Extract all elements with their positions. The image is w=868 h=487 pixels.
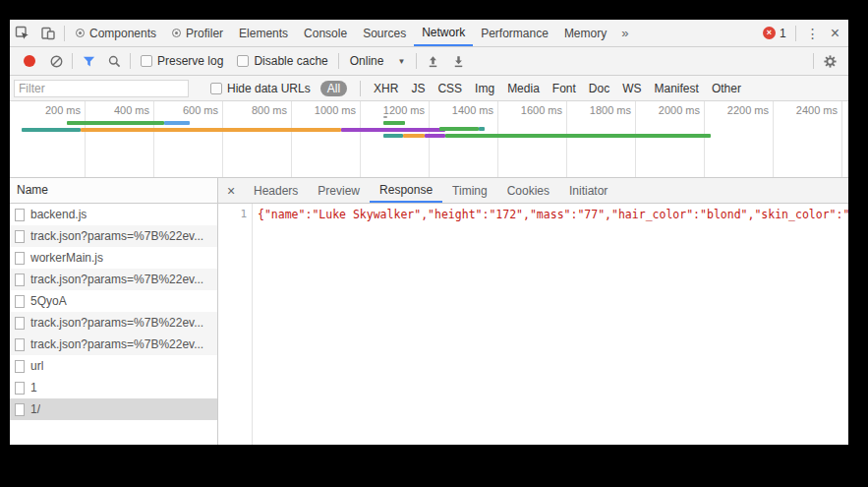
request-detail-panel: × Headers Preview Response Timing Cookie… bbox=[218, 178, 848, 445]
checkbox-icon bbox=[237, 55, 249, 67]
tab-label: Profiler bbox=[186, 27, 223, 40]
request-row[interactable]: track.json?params=%7B%22ev... bbox=[10, 269, 217, 290]
throttling-dropdown[interactable]: Online ▼ bbox=[350, 54, 406, 68]
request-row[interactable]: track.json?params=%7B%22ev... bbox=[10, 312, 217, 334]
detail-tabbar: × Headers Preview Response Timing Cookie… bbox=[218, 178, 848, 204]
preserve-log-checkbox[interactable]: Preserve log bbox=[141, 54, 223, 68]
inspect-cursor-icon bbox=[15, 26, 30, 41]
inspect-element-button[interactable] bbox=[10, 20, 35, 46]
hide-data-urls-checkbox[interactable]: Hide data URLs bbox=[210, 82, 311, 95]
type-filter-xhr[interactable]: XHR bbox=[374, 82, 398, 95]
toolbar-separator bbox=[64, 26, 65, 41]
tab-profiler[interactable]: Profiler bbox=[164, 20, 231, 46]
waterfall-bar bbox=[383, 134, 403, 138]
tab-response[interactable]: Response bbox=[370, 178, 442, 203]
network-settings-button[interactable] bbox=[817, 54, 842, 69]
type-filter-manifest[interactable]: Manifest bbox=[655, 82, 699, 95]
detail-close-button[interactable]: × bbox=[218, 178, 244, 203]
devtools-close-button[interactable]: × bbox=[827, 20, 848, 46]
request-row[interactable]: track.json?params=%7B%22ev... bbox=[10, 334, 217, 355]
request-name: track.json?params=%7B%22ev... bbox=[30, 337, 203, 351]
record-button[interactable] bbox=[24, 55, 35, 67]
tab-label: Memory bbox=[564, 27, 607, 40]
kebab-icon: ⋮ bbox=[806, 26, 820, 41]
response-body: {"name":"Luke Skywalker","height":"172",… bbox=[253, 204, 848, 445]
tab-console[interactable]: Console bbox=[296, 20, 355, 46]
export-har-button[interactable] bbox=[445, 54, 471, 69]
type-filter-other[interactable]: Other bbox=[712, 82, 741, 95]
more-tabs-button[interactable]: » bbox=[614, 20, 635, 46]
type-filter-css[interactable]: CSS bbox=[437, 82, 462, 95]
type-filter-media[interactable]: Media bbox=[507, 82, 540, 95]
tab-label: Sources bbox=[363, 27, 406, 40]
waterfall-bar bbox=[445, 134, 711, 138]
upload-icon bbox=[426, 54, 440, 69]
request-row[interactable]: 5QyoA bbox=[10, 290, 217, 312]
response-viewer[interactable]: 1 {"name":"Luke Skywalker","height":"172… bbox=[218, 204, 848, 445]
search-button[interactable] bbox=[101, 54, 127, 69]
filter-bar: Hide data URLs All XHR JS CSS Img Media … bbox=[10, 76, 848, 101]
waterfall-bar bbox=[403, 134, 425, 138]
request-row[interactable]: 1 bbox=[10, 377, 217, 398]
tab-sources[interactable]: Sources bbox=[355, 20, 414, 46]
type-filter-doc[interactable]: Doc bbox=[589, 82, 609, 95]
request-name: track.json?params=%7B%22ev... bbox=[30, 273, 203, 286]
filter-toggle-button[interactable] bbox=[76, 54, 101, 69]
error-badge[interactable]: × 1 bbox=[757, 20, 792, 46]
tab-label: Performance bbox=[481, 27, 549, 40]
tabbar-spacer bbox=[635, 20, 757, 46]
waterfall-bar bbox=[22, 128, 81, 132]
tab-label: Console bbox=[304, 27, 347, 40]
waterfall-bar bbox=[81, 128, 341, 132]
tab-label: Network bbox=[422, 26, 465, 39]
tab-preview[interactable]: Preview bbox=[308, 178, 370, 203]
waterfall-bar bbox=[383, 121, 405, 125]
toolbar-separator bbox=[338, 53, 339, 69]
toolbar-separator bbox=[72, 53, 73, 69]
tab-initiator[interactable]: Initiator bbox=[559, 178, 617, 203]
gear-icon bbox=[823, 54, 838, 69]
file-icon bbox=[15, 382, 25, 395]
network-overview[interactable]: 200 ms 400 ms 600 ms 800 ms 1000 ms 1200… bbox=[10, 101, 848, 178]
checkbox-icon bbox=[210, 83, 222, 94]
type-filter-ws[interactable]: WS bbox=[622, 82, 641, 95]
waterfall-bar bbox=[164, 121, 190, 125]
type-filter-font[interactable]: Font bbox=[552, 82, 576, 95]
tab-elements[interactable]: Elements bbox=[231, 20, 296, 46]
request-row[interactable]: backend.js bbox=[10, 204, 217, 225]
request-name: 1 bbox=[30, 381, 37, 395]
device-toolbar-button[interactable] bbox=[35, 20, 61, 46]
request-name: track.json?params=%7B%22ev... bbox=[30, 229, 203, 243]
file-icon bbox=[15, 403, 25, 416]
request-row[interactable]: url bbox=[10, 355, 217, 377]
disable-cache-checkbox[interactable]: Disable cache bbox=[237, 54, 327, 68]
type-filter-all[interactable]: All bbox=[320, 81, 347, 96]
requests-panel: Name backend.js track.json?params=%7B%22… bbox=[10, 178, 218, 445]
tab-timing[interactable]: Timing bbox=[442, 178, 497, 203]
chevron-down-icon: ▼ bbox=[397, 57, 405, 66]
tab-cookies[interactable]: Cookies bbox=[497, 178, 559, 203]
request-row-selected[interactable]: 1/ bbox=[10, 398, 217, 420]
tab-network[interactable]: Network bbox=[414, 20, 473, 46]
tab-headers[interactable]: Headers bbox=[244, 178, 308, 203]
filter-input[interactable] bbox=[14, 80, 189, 97]
devtools-menu-button[interactable]: ⋮ bbox=[799, 20, 827, 46]
file-icon bbox=[15, 317, 25, 330]
request-row[interactable]: track.json?params=%7B%22ev... bbox=[10, 225, 217, 247]
clear-button[interactable] bbox=[43, 54, 69, 69]
type-filter-img[interactable]: Img bbox=[475, 82, 494, 95]
type-filter-js[interactable]: JS bbox=[411, 82, 425, 95]
waterfall-bar bbox=[383, 116, 387, 118]
disable-cache-label: Disable cache bbox=[254, 54, 327, 68]
import-har-button[interactable] bbox=[420, 54, 445, 69]
tab-performance[interactable]: Performance bbox=[473, 20, 556, 46]
waterfall-bar bbox=[67, 121, 164, 125]
line-number-gutter: 1 bbox=[218, 204, 253, 445]
request-row[interactable]: workerMain.js bbox=[10, 247, 217, 269]
toolbar-separator bbox=[795, 26, 796, 41]
tab-memory[interactable]: Memory bbox=[556, 20, 614, 46]
tab-components[interactable]: Components bbox=[68, 20, 164, 46]
name-column-header[interactable]: Name bbox=[10, 178, 217, 204]
request-name: backend.js bbox=[30, 208, 87, 221]
waterfall-bar bbox=[439, 127, 479, 131]
